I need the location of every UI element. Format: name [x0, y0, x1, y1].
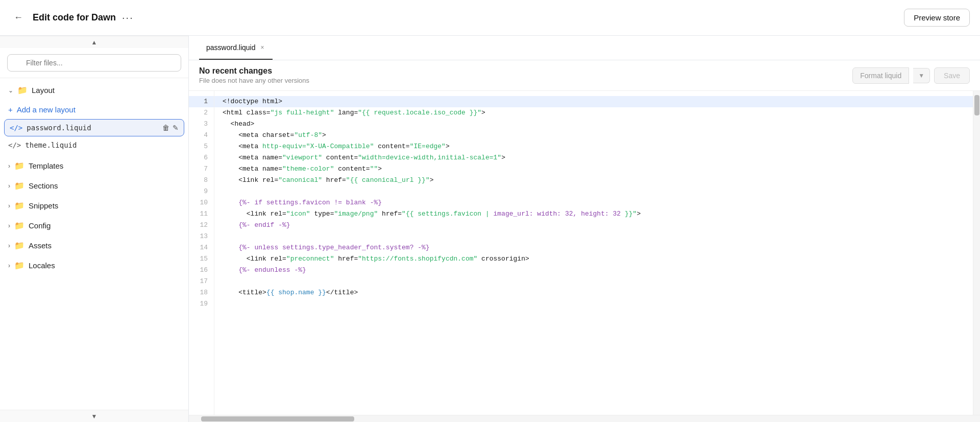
line-number: 4: [189, 130, 214, 141]
code-line: [223, 231, 965, 242]
code-line: <link rel="preconnect" href="https://fon…: [223, 253, 965, 265]
format-dropdown-button[interactable]: ▼: [913, 68, 930, 83]
line-number: 12: [189, 220, 214, 231]
filter-input[interactable]: [7, 54, 181, 72]
sidebar-item-templates[interactable]: › 📁 Templates: [0, 156, 188, 176]
code-line: {%- unless settings.type_header_font.sys…: [223, 242, 965, 253]
file-item-password-liquid[interactable]: </> password.liquid 🗑 ✎: [4, 119, 184, 136]
line-number: 5: [189, 141, 214, 152]
layout-label: Layout: [32, 86, 55, 95]
back-button[interactable]: ←: [10, 10, 27, 26]
code-line: <link rel="canonical" href="{{ canonical…: [223, 175, 965, 186]
folder-icon: 📁: [14, 161, 24, 171]
code-line: [223, 186, 965, 197]
preview-store-button[interactable]: Preview store: [904, 9, 970, 27]
edit-button[interactable]: ✎: [173, 124, 179, 132]
add-layout-label: Add a new layout: [17, 105, 76, 114]
filter-wrap: ☰: [7, 54, 181, 72]
sidebar-item-locales[interactable]: › 📁 Locales: [0, 255, 188, 275]
file-name: password.liquid: [27, 124, 158, 132]
header-left: ← Edit code for Dawn ···: [10, 10, 134, 26]
sidebar-scroll: ⌄ 📁 Layout + Add a new layout </> passwo…: [0, 78, 188, 410]
code-content[interactable]: <!doctype html><html class="js full-heig…: [214, 91, 973, 415]
line-number: 13: [189, 231, 214, 242]
code-line: {%- endunless -%}: [223, 265, 965, 276]
code-line: <meta charset="utf-8">: [223, 130, 965, 141]
code-line: [223, 276, 965, 287]
chevron-right-icon: ›: [8, 202, 10, 209]
tab-bar: password.liquid ×: [189, 36, 980, 60]
chevron-right-icon: ›: [8, 162, 10, 170]
line-number: 6: [189, 152, 214, 163]
line-number: 14: [189, 242, 214, 253]
code-line: <!doctype html>: [214, 96, 973, 107]
folder-icon: 📁: [14, 241, 24, 250]
sidebar-item-assets[interactable]: › 📁 Assets: [0, 236, 188, 255]
templates-label: Templates: [29, 161, 63, 170]
main-layout: ▲ ☰ ⌄ 📁 Layout + Add a new layout: [0, 36, 980, 422]
line-number: 7: [189, 163, 214, 175]
chevron-right-icon: ›: [8, 262, 10, 269]
file-item-theme-liquid[interactable]: </> theme.liquid: [0, 136, 188, 154]
line-number: 16: [189, 265, 214, 276]
code-line: <html class="js full-height" lang="{{ re…: [223, 107, 965, 119]
scroll-up-arrow[interactable]: ▲: [0, 36, 188, 48]
code-line: <title>{{ shop.name }}</title>: [223, 287, 965, 298]
line-number: 17: [189, 276, 214, 287]
sidebar-item-snippets[interactable]: › 📁 Snippets: [0, 196, 188, 216]
code-icon: </>: [10, 124, 22, 132]
format-liquid-button[interactable]: Format liquid: [852, 67, 909, 84]
chevron-right-icon: ›: [8, 222, 10, 229]
chevron-down-icon: ⌄: [8, 87, 13, 94]
file-actions: 🗑 ✎: [162, 124, 179, 132]
save-button[interactable]: Save: [934, 67, 970, 84]
folder-icon: 📁: [14, 181, 24, 191]
header: ← Edit code for Dawn ··· Preview store: [0, 0, 980, 36]
line-number: 9: [189, 186, 214, 197]
scrollbar-thumb[interactable]: [974, 95, 979, 115]
delete-button[interactable]: 🗑: [162, 124, 169, 132]
sidebar: ▲ ☰ ⌄ 📁 Layout + Add a new layout: [0, 36, 189, 422]
code-line: {%- endif -%}: [223, 220, 965, 231]
sidebar-item-sections[interactable]: › 📁 Sections: [0, 176, 188, 196]
info-bar: No recent changes File does not have any…: [189, 60, 980, 91]
folder-icon: 📁: [14, 261, 24, 270]
line-number: 10: [189, 197, 214, 208]
vertical-scrollbar[interactable]: [973, 91, 980, 415]
line-number: 15: [189, 253, 214, 265]
sidebar-item-layout[interactable]: ⌄ 📁 Layout: [0, 80, 188, 100]
info-subtitle: File does not have any other versions: [199, 77, 309, 84]
line-number: 8: [189, 175, 214, 186]
horizontal-scrollbar[interactable]: [189, 415, 980, 422]
code-editor: 12345678910111213141516171819 <!doctype …: [189, 91, 980, 415]
info-title: No recent changes: [199, 66, 309, 76]
chevron-right-icon: ›: [8, 182, 10, 190]
folder-icon: 📁: [14, 221, 24, 230]
snippets-label: Snippets: [29, 201, 58, 210]
editor-area: password.liquid × No recent changes File…: [189, 36, 980, 422]
more-options-button[interactable]: ···: [122, 12, 134, 24]
tab-close-button[interactable]: ×: [260, 43, 265, 52]
tab-password-liquid[interactable]: password.liquid ×: [199, 36, 273, 60]
sidebar-section-layout: ⌄ 📁 Layout + Add a new layout </> passwo…: [0, 78, 188, 156]
add-layout-button[interactable]: + Add a new layout: [0, 100, 188, 119]
line-number: 19: [189, 298, 214, 310]
filter-bar: ☰: [0, 48, 188, 78]
folder-icon: 📁: [17, 85, 28, 95]
scroll-down-arrow[interactable]: ▼: [0, 410, 188, 422]
code-line: [223, 298, 965, 310]
line-number: 18: [189, 287, 214, 298]
code-line: <meta name="viewport" content="width=dev…: [223, 152, 965, 163]
h-scrollbar-thumb[interactable]: [201, 416, 354, 421]
chevron-right-icon: ›: [8, 242, 10, 249]
code-line: <meta name="theme-color" content="">: [223, 163, 965, 175]
sidebar-item-config[interactable]: › 📁 Config: [0, 216, 188, 236]
locales-label: Locales: [29, 261, 55, 270]
code-line: {%- if settings.favicon != blank -%}: [223, 197, 965, 208]
info-right: Format liquid ▼ Save: [852, 67, 970, 84]
code-line: <link rel="icon" type="image/png" href="…: [223, 208, 965, 220]
line-number: 2: [189, 107, 214, 119]
assets-label: Assets: [29, 241, 52, 250]
code-icon: </>: [8, 141, 21, 149]
file-name: theme.liquid: [25, 141, 180, 149]
